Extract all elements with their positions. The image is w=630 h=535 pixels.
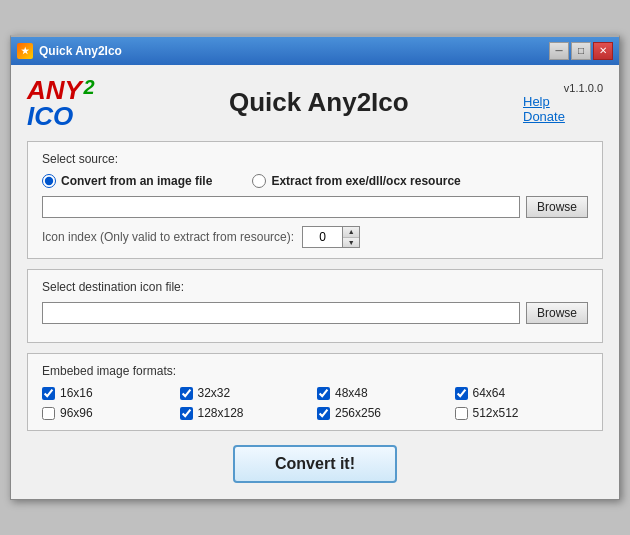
- spinner-arrows: ▲ ▼: [342, 226, 360, 248]
- format-item-512x512[interactable]: 512x512: [455, 406, 589, 420]
- format-item-256x256[interactable]: 256x256: [317, 406, 451, 420]
- radio-image-file[interactable]: Convert from an image file: [42, 174, 212, 188]
- format-checkbox-64x64[interactable]: [455, 387, 468, 400]
- format-label-16x16: 16x16: [60, 386, 93, 400]
- source-label: Select source:: [42, 152, 588, 166]
- radio-resource-input[interactable]: [252, 174, 266, 188]
- content-area: ANY 2 ICO Quick Any2Ico v1.1.0.0 Help Do…: [11, 65, 619, 499]
- destination-input[interactable]: [42, 302, 520, 324]
- radio-image-label: Convert from an image file: [61, 174, 212, 188]
- logo-ico: ICO: [27, 101, 73, 131]
- source-input-row: Browse: [42, 196, 588, 218]
- title-bar: ★ Quick Any2Ico ─ □ ✕: [11, 37, 619, 65]
- format-item-32x32[interactable]: 32x32: [180, 386, 314, 400]
- spinner-down-button[interactable]: ▼: [343, 238, 359, 248]
- format-label-48x48: 48x48: [335, 386, 368, 400]
- help-link[interactable]: Help: [523, 94, 550, 109]
- format-label-96x96: 96x96: [60, 406, 93, 420]
- spinner-up-button[interactable]: ▲: [343, 227, 359, 238]
- formats-section: Embebed image formats: 16x1632x3248x4864…: [27, 353, 603, 431]
- window-title: Quick Any2Ico: [39, 44, 122, 58]
- format-label-128x128: 128x128: [198, 406, 244, 420]
- donate-link[interactable]: Donate: [523, 109, 565, 124]
- format-label-512x512: 512x512: [473, 406, 519, 420]
- browse-source-button[interactable]: Browse: [526, 196, 588, 218]
- app-icon: ★: [17, 43, 33, 59]
- radio-image-input[interactable]: [42, 174, 56, 188]
- version-text: v1.1.0.0: [523, 82, 603, 94]
- format-checkbox-128x128[interactable]: [180, 407, 193, 420]
- maximize-button[interactable]: □: [571, 42, 591, 60]
- format-checkbox-48x48[interactable]: [317, 387, 330, 400]
- title-bar-left: ★ Quick Any2Ico: [17, 43, 122, 59]
- icon-index-spinner: 0 ▲ ▼: [302, 226, 360, 248]
- format-item-16x16[interactable]: 16x16: [42, 386, 176, 400]
- source-section: Select source: Convert from an image fil…: [27, 141, 603, 259]
- format-label-64x64: 64x64: [473, 386, 506, 400]
- minimize-button[interactable]: ─: [549, 42, 569, 60]
- format-label-32x32: 32x32: [198, 386, 231, 400]
- formats-label: Embebed image formats:: [42, 364, 588, 378]
- icon-index-input[interactable]: 0: [302, 226, 342, 248]
- format-label-256x256: 256x256: [335, 406, 381, 420]
- logo-bottom: ICO: [27, 103, 73, 129]
- logo-top: ANY 2: [27, 77, 95, 103]
- formats-grid: 16x1632x3248x4864x6496x96128x128256x2565…: [42, 386, 588, 420]
- close-button[interactable]: ✕: [593, 42, 613, 60]
- radio-resource[interactable]: Extract from exe/dll/ocx resource: [252, 174, 460, 188]
- format-checkbox-96x96[interactable]: [42, 407, 55, 420]
- format-checkbox-16x16[interactable]: [42, 387, 55, 400]
- format-checkbox-256x256[interactable]: [317, 407, 330, 420]
- convert-row: Convert it!: [27, 445, 603, 483]
- format-item-64x64[interactable]: 64x64: [455, 386, 589, 400]
- main-window: ★ Quick Any2Ico ─ □ ✕ ANY 2 ICO Quick An…: [10, 35, 620, 500]
- convert-button[interactable]: Convert it!: [233, 445, 397, 483]
- format-checkbox-512x512[interactable]: [455, 407, 468, 420]
- radio-resource-label: Extract from exe/dll/ocx resource: [271, 174, 460, 188]
- source-input[interactable]: [42, 196, 520, 218]
- logo: ANY 2 ICO: [27, 77, 95, 129]
- radio-row: Convert from an image file Extract from …: [42, 174, 588, 188]
- destination-input-row: Browse: [42, 302, 588, 324]
- top-right: v1.1.0.0 Help Donate: [523, 82, 603, 124]
- header-row: ANY 2 ICO Quick Any2Ico v1.1.0.0 Help Do…: [27, 77, 603, 129]
- format-checkbox-32x32[interactable]: [180, 387, 193, 400]
- logo-two: 2: [84, 76, 95, 98]
- app-title: Quick Any2Ico: [115, 87, 523, 118]
- format-item-96x96[interactable]: 96x96: [42, 406, 176, 420]
- icon-index-label: Icon index (Only valid to extract from r…: [42, 230, 294, 244]
- browse-destination-button[interactable]: Browse: [526, 302, 588, 324]
- destination-section: Select destination icon file: Browse: [27, 269, 603, 343]
- destination-label: Select destination icon file:: [42, 280, 588, 294]
- format-item-48x48[interactable]: 48x48: [317, 386, 451, 400]
- icon-index-row: Icon index (Only valid to extract from r…: [42, 226, 588, 248]
- format-item-128x128[interactable]: 128x128: [180, 406, 314, 420]
- title-buttons: ─ □ ✕: [549, 42, 613, 60]
